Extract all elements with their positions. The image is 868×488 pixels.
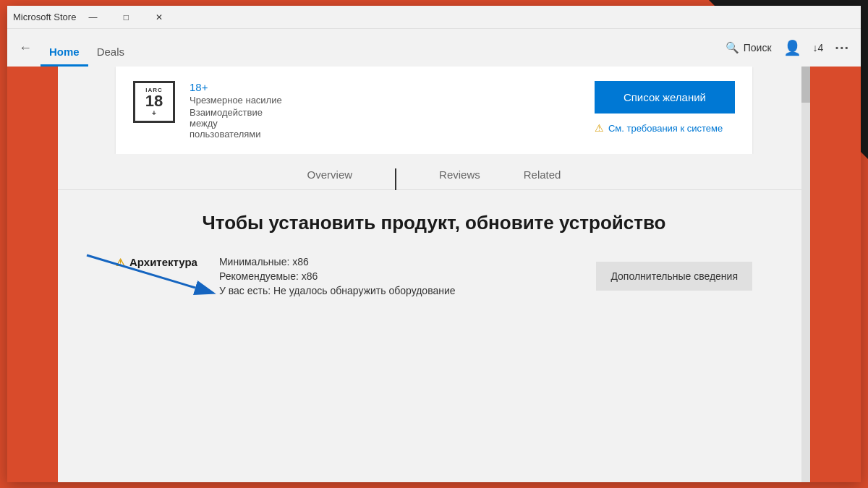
window-controls: — □ ✕ — [76, 6, 176, 29]
main-content-section: Чтобы установить продукт, обновите устро… — [58, 190, 810, 318]
downloads-button[interactable]: ↓4 — [813, 42, 824, 53]
arch-details: Минимальные: x86 Рекомендуемые: x86 У ва… — [219, 256, 456, 296]
search-icon: 🔍 — [726, 41, 739, 54]
scrollbar[interactable] — [801, 67, 810, 482]
titlebar: Microsoft Store — □ ✕ — [7, 6, 861, 29]
back-button[interactable]: ← — [19, 40, 32, 56]
wishlist-button[interactable]: Список желаний — [595, 81, 735, 114]
tab-reviews[interactable]: Reviews — [439, 168, 480, 189]
account-icon[interactable]: 👤 — [783, 39, 801, 56]
tab-divider — [395, 168, 396, 190]
more-button[interactable]: ··· — [835, 40, 849, 56]
tab-related[interactable]: Related — [524, 168, 561, 189]
navbar: ← Home Deals 🔍 Поиск 👤 ↓4 ··· — [7, 29, 861, 67]
iarc-badge: IARC 18 + — [133, 81, 175, 123]
arch-warning-icon: ⚠ — [116, 257, 125, 268]
arch-label: ⚠ Архитектура — [116, 256, 197, 268]
requirements-row: ⚠ Архитектура Минимальные: x86 Рекоменду… — [116, 256, 752, 296]
content-area: IARC 18 + 18+ Чрезмерное насилие Взаимод… — [7, 67, 861, 482]
tab-overview[interactable]: Overview — [307, 168, 353, 189]
tab-home[interactable]: Home — [41, 40, 88, 67]
rating-actions: Список желаний ⚠ См. требования к систем… — [595, 81, 735, 134]
sys-req-link[interactable]: ⚠ См. требования к системе — [595, 122, 723, 134]
scrollbar-thumb[interactable] — [801, 67, 810, 103]
maximize-button[interactable]: □ — [109, 6, 142, 29]
arch-section: ⚠ Архитектура Минимальные: x86 Рекоменду… — [116, 256, 456, 296]
more-info-button[interactable]: Дополнительные сведения — [596, 262, 752, 291]
rating-info: 18+ Чрезмерное насилие Взаимодействие ме… — [190, 81, 282, 140]
nav-right: 🔍 Поиск 👤 ↓4 ··· — [726, 39, 849, 56]
minimize-button[interactable]: — — [76, 6, 109, 29]
close-button[interactable]: ✕ — [142, 6, 176, 29]
update-title: Чтобы установить продукт, обновите устро… — [116, 212, 752, 234]
tab-deals[interactable]: Deals — [88, 40, 133, 67]
titlebar-title: Microsoft Store — [13, 12, 76, 22]
warning-icon: ⚠ — [595, 122, 604, 134]
rating-card: IARC 18 + 18+ Чрезмерное насилие Взаимод… — [116, 67, 752, 154]
content-tabs: Overview Reviews Related — [58, 154, 810, 190]
nav-tabs: Home Deals — [41, 29, 133, 67]
search-button[interactable]: 🔍 Поиск — [726, 41, 772, 54]
